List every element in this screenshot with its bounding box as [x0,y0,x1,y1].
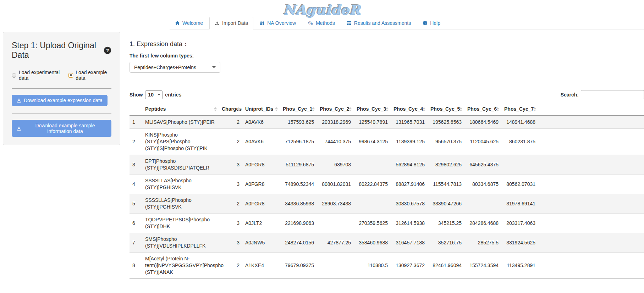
column-header-phos_cyc_2[interactable]: Phos_Cyc_2 [317,103,354,116]
import-data-panel: 1. Expression data： The first few column… [130,32,644,279]
cell-intensity-value: 312614.5938 [391,214,428,233]
cell-intensity-value: 284286.4688 [464,214,501,233]
column-header-label: Peptides [145,106,166,112]
cell-intensity-value: 221698.9063 [280,214,317,233]
svg-text:?: ? [106,48,109,53]
tab-results-assessments[interactable]: Results and Assessments [341,17,416,29]
tab-na-overview[interactable]: NA Overview [254,17,301,29]
cell-intensity-value: 956570.375 [428,129,464,155]
question-circle-icon[interactable]: ? [104,46,111,54]
tab-label: NA Overview [267,20,296,26]
column-header-phos_cyc_1[interactable]: Phos_Cyc_1 [280,103,317,116]
column-header-label: Uniprot_IDs [245,106,273,112]
tab-help[interactable]: Help [417,17,446,29]
cell-intensity-value: 80222.84375 [354,175,391,194]
panel-title: Step 1: Upload Original Data ? [12,41,111,60]
upload-panel: Step 1: Upload Original Data ? Load expe… [3,32,120,145]
table-spacer-cell [538,116,644,129]
cell-intensity-value: 203318.2969 [317,116,354,129]
radio-load-experimental[interactable]: Load experimental data [12,70,63,81]
info-icon [423,21,428,26]
cell-row-number: 2 [130,129,142,155]
column-header-phos_cyc_6[interactable]: Phos_Cyc_6 [464,103,501,116]
page-length-select[interactable]: 10 [145,90,163,99]
cell-intensity-value: 511129.6875 [280,155,317,175]
column-header-phos_cyc_7[interactable]: Phos_Cyc_7 [501,103,538,116]
cell-charge: 3 [219,175,242,194]
download-icon [17,126,21,131]
table-spacer-cell [538,194,644,214]
cell-charge: 2 [219,129,242,155]
sort-icon [214,107,217,111]
divider [12,88,111,89]
table-row: 8M[Acetyl (Protein N-term)]NPVYSPGSSGVPY… [130,253,644,279]
main-nav: Welcome Import Data NA Overview ⚙⚙ Metho… [170,16,644,29]
column-header-label: Phos_Cyc_3 [357,106,386,112]
app-logo: NAguideR [0,0,644,16]
show-label: Show [130,92,143,98]
column-header-phos_cyc_3[interactable]: Phos_Cyc_3 [354,103,391,116]
cell-intensity-value: 88827.91406 [391,175,428,194]
cell-intensity-value: 1120045.625 [464,129,501,155]
expression-data-table: PeptidesChargesUniprot_IDsPhos_Cyc_1Phos… [130,103,644,279]
cell-intensity-value: 639703 [317,155,354,175]
download-expression-button[interactable]: Download example expression data [12,95,108,106]
binoculars-icon [260,21,265,26]
cell-intensity-value [354,194,391,214]
cell-intensity-value: 352716.75 [428,233,464,253]
cell-intensity-value: 125540.7891 [354,116,391,129]
table-header-row: PeptidesChargesUniprot_IDsPhos_Cyc_1Phos… [130,103,644,116]
column-types-dropdown[interactable]: Peptides+Charges+Proteins [130,62,220,73]
cell-intensity-value [464,194,501,214]
cell-intensity-value [317,253,354,279]
download-sample-info-button[interactable]: Download example sample information data [12,120,111,137]
column-header-uniprot_ids[interactable]: Uniprot_IDs [242,103,280,116]
table-row: 7SMS[Phospho (STY)]VDLSHIPLKDPLLFK3A0JNW… [130,233,644,253]
sort-icon [459,107,462,111]
cell-uniprot-id: A1KXE4 [242,253,280,279]
cell-uniprot-id: A0AVK6 [242,129,280,155]
cell-intensity-value: 860231.875 [501,129,538,155]
cell-uniprot-id: A0JNW5 [242,233,280,253]
column-header-peptides[interactable]: Peptides [142,103,219,116]
search-input[interactable] [581,90,644,99]
tab-import-data[interactable]: Import Data [209,17,253,29]
cell-charge: 3 [219,214,242,233]
gears-icon: ⚙⚙ [308,21,313,26]
column-header-phos_cyc_5[interactable]: Phos_Cyc_5 [428,103,464,116]
radio-checked-icon [68,73,73,78]
column-header-phos_cyc_4[interactable]: Phos_Cyc_4 [391,103,428,116]
column-header-charges[interactable]: Charges [219,103,242,116]
sort-icon [349,107,352,111]
column-header-label: Phos_Cyc_4 [393,106,423,112]
cell-intensity-value: 1139399.125 [391,129,428,155]
cell-row-number: 8 [130,253,142,279]
cell-intensity-value: 34336.85938 [280,194,317,214]
cell-intensity-value: 744410.375 [317,129,354,155]
divider [130,84,644,84]
cell-intensity-value: 80801.82031 [317,175,354,194]
cell-intensity-value: 316457.7188 [391,233,428,253]
app-logo-text: NAguideR [284,2,361,18]
cell-intensity-value: 248274.0156 [280,233,317,253]
tab-methods[interactable]: ⚙⚙ Methods [302,17,340,29]
sort-icon [423,107,425,111]
cell-uniprot-id: A0FGR8 [242,175,280,194]
tab-welcome[interactable]: Welcome [170,17,208,29]
cell-intensity-value: 80562.07031 [501,175,538,194]
cell-intensity-value: 131965.7031 [391,116,428,129]
cell-uniprot-id: A0FGR8 [242,194,280,214]
radio-unchecked-icon [12,73,16,78]
cell-uniprot-id: A0FGR8 [242,155,280,175]
cell-row-number: 1 [130,116,142,129]
table-spacer-cell [538,175,644,194]
home-icon [175,21,180,26]
cell-intensity-value [317,214,354,233]
radio-load-example[interactable]: Load example data [68,70,111,81]
column-header-label: Phos_Cyc_2 [320,106,349,112]
cell-intensity-value [501,155,538,175]
table-row: 2KINS[Phospho (STY)]APS[Phospho (STY)]S[… [130,129,644,155]
cell-charge: 3 [219,233,242,253]
cell-row-number: 5 [130,194,142,214]
page-length-control: Show 10 entries [130,90,181,99]
